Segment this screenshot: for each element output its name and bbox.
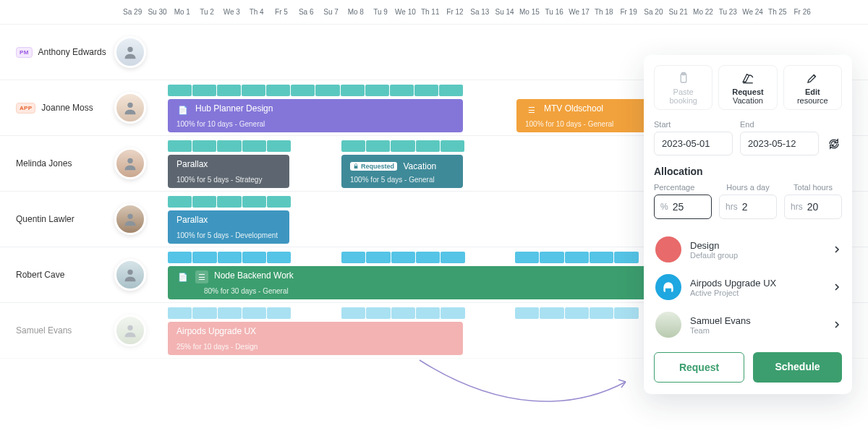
day-col[interactable]: Su 21: [666, 8, 691, 16]
day-col[interactable]: We 17: [566, 8, 591, 16]
booking-title: Parallax: [176, 215, 208, 225]
day-col[interactable]: Mo 22: [691, 8, 715, 16]
day-col[interactable]: Tu 23: [715, 8, 740, 16]
day-col[interactable]: Tu 9: [368, 8, 393, 16]
allocation-header: Allocation: [654, 166, 842, 177]
avatar[interactable]: [114, 36, 146, 68]
avatar: [655, 312, 681, 338]
booking-bar[interactable]: 📄 Hub Planner Design 100% for 10 days - …: [168, 99, 463, 132]
total-hours-input[interactable]: hrs20: [784, 195, 842, 219]
booking-title: Vacation: [403, 161, 436, 171]
end-label: End: [740, 120, 819, 129]
day-col[interactable]: Fr 26: [790, 8, 814, 16]
booking-sub: 100% for 5 days - Development: [176, 231, 278, 239]
day-col[interactable]: Su 7: [318, 8, 343, 16]
person-name[interactable]: Melinda Jones: [16, 158, 72, 168]
day-col[interactable]: Mo 15: [517, 8, 542, 16]
chevron-right-icon: [833, 318, 841, 331]
day-col[interactable]: Tu 16: [542, 8, 566, 16]
day-col[interactable]: Sa 13: [467, 8, 492, 16]
day-col[interactable]: Su 14: [492, 8, 516, 16]
pointer-arrow: [412, 353, 637, 411]
requested-tag: Requested: [350, 162, 397, 171]
list-icon: ☰: [525, 103, 538, 116]
total-hours-label: Total hours: [784, 183, 842, 192]
schedule-button[interactable]: Schedule: [753, 352, 842, 383]
person-name[interactable]: Robert Cave: [16, 270, 64, 280]
chevron-right-icon: [833, 243, 841, 256]
role-badge: PM: [16, 47, 33, 58]
percentage-label: Percentage: [654, 183, 712, 192]
day-col[interactable]: Mo 1: [170, 8, 195, 16]
person-name[interactable]: Quentin Lawler: [16, 214, 75, 224]
booking-sub: 100% for 10 days - General: [176, 120, 265, 128]
person-name[interactable]: Anthony Edwards: [38, 47, 106, 57]
start-date-input[interactable]: 2023-05-01: [654, 132, 733, 155]
hours-day-input[interactable]: hrs2: [719, 195, 777, 219]
percentage-input[interactable]: %25: [654, 195, 712, 219]
day-col[interactable]: Tu 2: [195, 8, 219, 16]
start-label: Start: [654, 120, 733, 129]
booking-title: Parallax: [176, 159, 208, 169]
svg-point-4: [127, 270, 132, 275]
day-col[interactable]: Sa 29: [120, 8, 145, 16]
chevron-right-icon: [833, 281, 841, 294]
booking-title: MTV Oldschool: [544, 103, 603, 114]
day-col[interactable]: Fr 5: [269, 8, 294, 16]
resource-picker[interactable]: Samuel EvansTeam: [654, 306, 842, 343]
project-picker[interactable]: Airpods Upgrade UXActive Project: [654, 268, 842, 306]
booking-sub: 100% for 10 days - General: [525, 120, 613, 128]
note-icon: 📄: [176, 103, 190, 116]
day-col[interactable]: We 10: [393, 8, 417, 16]
day-col[interactable]: Su 30: [145, 8, 169, 16]
headphones-icon: [655, 274, 681, 300]
end-date-input[interactable]: 2023-05-12: [740, 132, 819, 155]
booking-title: Hub Planner Design: [195, 103, 273, 114]
request-button[interactable]: Request: [654, 352, 744, 383]
svg-point-0: [127, 47, 132, 52]
avatar[interactable]: [114, 148, 146, 179]
role-badge: APP: [16, 103, 35, 114]
day-col[interactable]: Sa 6: [294, 8, 318, 16]
day-col[interactable]: We 3: [219, 8, 244, 16]
timeline-header: Sa 29 Su 30 Mo 1 Tu 2 We 3 Th 4 Fr 5 Sa …: [0, 0, 868, 25]
avatar[interactable]: [114, 203, 146, 235]
booking-bar-vacation[interactable]: Requested Vacation 100% for 5 days - Gen…: [341, 155, 463, 188]
booking-bar[interactable]: Parallax 100% for 5 days - Development: [168, 210, 289, 244]
day-col[interactable]: Sa 20: [641, 8, 665, 16]
day-col[interactable]: Th 11: [418, 8, 443, 16]
day-col[interactable]: We 24: [740, 8, 765, 16]
avatar[interactable]: [114, 315, 146, 346]
svg-point-2: [127, 158, 132, 163]
avatar[interactable]: [114, 259, 146, 291]
day-col[interactable]: Fr 12: [443, 8, 467, 16]
request-vacation-action[interactable]: RequestVacation: [718, 65, 777, 110]
booking-sub: 25% for 10 days - Design: [176, 343, 258, 351]
sync-icon[interactable]: [826, 136, 842, 152]
day-col[interactable]: Mo 8: [344, 8, 368, 16]
svg-point-5: [127, 325, 132, 330]
booking-bar[interactable]: Airpods Upgrade UX 25% for 10 days - Des…: [168, 322, 463, 355]
person-name[interactable]: Joanne Moss: [41, 103, 93, 113]
list-icon: ☰: [195, 270, 208, 283]
paste-booking-action[interactable]: Pastebooking: [654, 65, 712, 110]
svg-point-3: [127, 214, 132, 219]
booking-sub: 100% for 5 days - Strategy: [176, 176, 262, 184]
day-col[interactable]: Th 4: [244, 8, 268, 16]
avatar[interactable]: [114, 92, 146, 124]
booking-sub: 100% for 5 days - General: [350, 176, 435, 184]
group-picker[interactable]: DesignDefault group: [654, 231, 842, 268]
booking-title: Node Backend Work: [214, 270, 294, 281]
edit-resource-action[interactable]: Editresource: [783, 65, 842, 110]
booking-title: Airpods Upgrade UX: [176, 326, 256, 336]
day-col[interactable]: Th 25: [765, 8, 790, 16]
hours-day-label: Hours a day: [719, 183, 777, 192]
day-col[interactable]: Th 18: [592, 8, 616, 16]
booking-bar[interactable]: Parallax 100% for 5 days - Strategy: [168, 155, 289, 188]
booking-sub: 80% for 30 days - General: [204, 287, 289, 295]
svg-point-1: [127, 103, 132, 108]
booking-panel: Pastebooking RequestVacation Editresourc…: [644, 55, 852, 394]
note-icon: 📄: [176, 270, 190, 283]
person-name[interactable]: Samuel Evans: [16, 325, 72, 336]
day-col[interactable]: Fr 19: [616, 8, 641, 16]
